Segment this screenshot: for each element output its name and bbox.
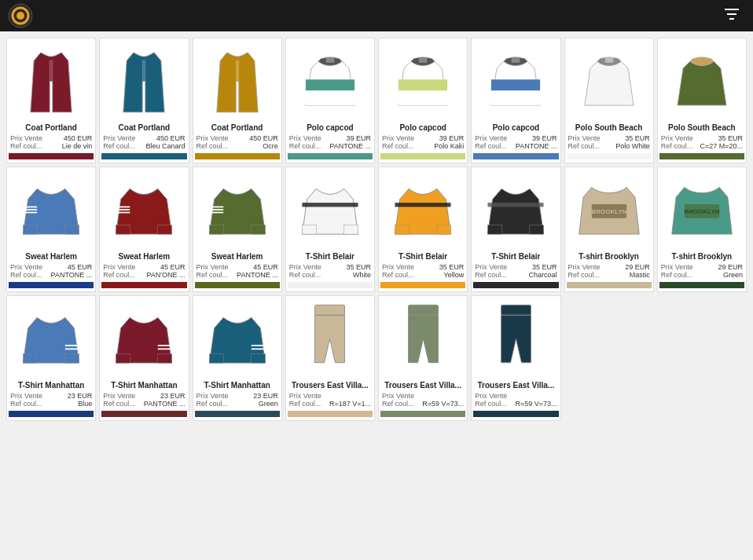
product-card[interactable]: Coat Portland Prix Vente 450 EUR Ref cou… xyxy=(99,38,189,163)
product-name: T-Shirt Belair xyxy=(399,252,447,261)
svg-rect-9 xyxy=(399,79,447,90)
color-bar xyxy=(473,282,558,288)
ref-label: Ref coul... xyxy=(197,142,229,150)
app-logo[interactable] xyxy=(8,3,33,28)
color-bar xyxy=(659,153,744,159)
svg-point-2 xyxy=(17,12,24,20)
product-info: Prix Vente 450 EUR Ref coul... Bleu Cana… xyxy=(101,134,186,150)
prix-value: 450 EUR xyxy=(64,134,93,142)
product-name: Polo South Beach xyxy=(668,123,736,132)
prix-value: 35 EUR xyxy=(439,263,465,271)
product-info: Prix Vente 23 EUR Ref coul... PANTONE ..… xyxy=(101,392,186,408)
product-name: T-Shirt Belair xyxy=(306,252,354,261)
filter-icon[interactable] xyxy=(723,5,740,27)
product-card[interactable]: T-Shirt Manhattan Prix Vente 23 EUR Ref … xyxy=(6,295,96,421)
product-card[interactable]: Coat Portland Prix Vente 450 EUR Ref cou… xyxy=(193,38,282,163)
svg-rect-45 xyxy=(24,354,38,364)
product-card[interactable]: Coat Portland Prix Vente 450 EUR Ref cou… xyxy=(6,38,96,163)
product-card[interactable]: Polo capcod Prix Vente 39 EUR Ref coul..… xyxy=(378,38,468,163)
color-bar xyxy=(195,153,280,159)
product-card[interactable]: Trousers East Villa... Prix Vente Ref co… xyxy=(378,295,468,421)
ref-label: Ref coul... xyxy=(289,142,321,150)
ref-value: R=187 V=1... xyxy=(329,400,371,408)
product-info: Prix Vente 35 EUR Ref coul... Charcoal xyxy=(473,263,558,279)
svg-rect-37 xyxy=(395,203,451,207)
prix-value: 35 EUR xyxy=(625,134,650,142)
svg-rect-32 xyxy=(302,225,316,235)
product-info: Prix Vente 35 EUR Ref coul... Polo White xyxy=(567,134,652,150)
product-name: Polo capcod xyxy=(307,123,353,132)
product-info: Prix Vente 23 EUR Ref coul... Green xyxy=(195,392,280,408)
prix-label: Prix Vente xyxy=(103,134,135,142)
svg-rect-39 xyxy=(530,225,544,235)
ref-value: R=59 V=73... xyxy=(422,400,464,408)
product-name: Sweat Harlem xyxy=(119,252,171,261)
product-card[interactable]: Polo capcod Prix Vente 39 EUR Ref coul..… xyxy=(285,38,375,163)
product-image xyxy=(380,299,465,378)
product-info: Prix Vente 450 EUR Ref coul... Lie de vi… xyxy=(9,134,94,150)
product-card[interactable]: Polo South Beach Prix Vente 35 EUR Ref c… xyxy=(657,38,747,163)
product-card[interactable]: Trousers East Villa... Prix Vente Ref co… xyxy=(471,295,560,421)
product-card[interactable]: Trousers East Villa... Prix Vente Ref co… xyxy=(285,295,375,421)
prix-value: 23 EUR xyxy=(68,392,93,400)
product-card[interactable]: Polo capcod Prix Vente 39 EUR Ref coul..… xyxy=(471,38,560,163)
svg-rect-58 xyxy=(408,305,438,315)
color-bar xyxy=(659,282,744,288)
product-name: Coat Portland xyxy=(119,123,171,132)
product-card[interactable]: Sweat Harlem Prix Vente 45 EUR Ref coul.… xyxy=(6,167,96,292)
ref-value: Ocre xyxy=(263,142,278,150)
color-bar xyxy=(288,411,373,417)
app-header xyxy=(0,0,753,31)
ref-label: Ref coul... xyxy=(475,271,507,279)
product-card[interactable]: Sweat Harlem Prix Vente 45 EUR Ref coul.… xyxy=(99,167,189,292)
product-card[interactable]: Sweat Harlem Prix Vente 45 EUR Ref coul.… xyxy=(193,167,282,292)
ref-label: Ref coul... xyxy=(382,400,414,408)
product-card[interactable]: T-Shirt Belair Prix Vente 35 EUR Ref cou… xyxy=(471,167,560,292)
prix-value: 39 EUR xyxy=(346,134,371,142)
product-card[interactable]: T-Shirt Belair Prix Vente 35 EUR Ref cou… xyxy=(378,167,468,292)
svg-rect-35 xyxy=(395,225,410,235)
product-info: Prix Vente 35 EUR Ref coul... White xyxy=(288,263,373,279)
ref-label: Ref coul... xyxy=(197,400,229,408)
prix-label: Prix Vente xyxy=(475,263,507,271)
product-card[interactable]: T-Shirt Manhattan Prix Vente 23 EUR Ref … xyxy=(193,295,282,421)
product-image xyxy=(380,42,465,120)
ref-label: Ref coul... xyxy=(289,400,321,408)
ref-value: Bleu Canard xyxy=(145,142,185,150)
product-grid: Coat Portland Prix Vente 450 EUR Ref cou… xyxy=(0,31,753,427)
prix-label: Prix Vente xyxy=(103,392,135,400)
product-image: BROOKLYN xyxy=(659,170,744,249)
prix-label: Prix Vente xyxy=(197,134,229,142)
color-bar xyxy=(380,411,465,417)
product-image xyxy=(659,42,744,120)
product-card[interactable]: T-Shirt Manhattan Prix Vente 23 EUR Ref … xyxy=(99,295,189,421)
product-card[interactable]: BROOKLYN T-shirt Brooklyn Prix Vente 29 … xyxy=(657,167,747,292)
product-name: Sweat Harlem xyxy=(211,252,263,261)
product-info: Prix Vente 29 EUR Ref coul... Mastic xyxy=(567,263,652,279)
product-image xyxy=(473,170,558,249)
product-name: Sweat Harlem xyxy=(25,252,77,261)
svg-rect-28 xyxy=(251,225,265,235)
color-bar xyxy=(567,153,652,159)
product-info: Prix Vente Ref coul... R=59 V=73... xyxy=(380,392,465,408)
prix-value: 45 EUR xyxy=(253,263,278,271)
color-bar xyxy=(101,153,186,159)
product-card[interactable]: Polo South Beach Prix Vente 35 EUR Ref c… xyxy=(564,38,654,163)
product-name: Polo capcod xyxy=(399,123,446,132)
product-card[interactable]: T-Shirt Belair Prix Vente 35 EUR Ref cou… xyxy=(285,167,375,292)
ref-value: C=27 M=20... xyxy=(700,142,743,150)
product-image xyxy=(101,299,186,378)
ref-value: PAN'ONE ... xyxy=(146,271,185,279)
svg-rect-17 xyxy=(24,225,38,235)
ref-label: Ref coul... xyxy=(103,400,135,408)
svg-rect-27 xyxy=(209,225,223,235)
product-info: Prix Vente 45 EUR Ref coul... PAN'ONE ..… xyxy=(101,263,186,279)
prix-label: Prix Vente xyxy=(661,263,693,271)
product-card[interactable]: BROOKLYN T-shirt Brooklyn Prix Vente 29 … xyxy=(564,167,654,292)
svg-rect-57 xyxy=(315,305,345,315)
ref-value: Green xyxy=(259,400,278,408)
ref-label: Ref coul... xyxy=(475,400,507,408)
ref-label: Ref coul... xyxy=(103,271,135,279)
prix-label: Prix Vente xyxy=(382,392,414,400)
color-bar xyxy=(288,282,373,288)
